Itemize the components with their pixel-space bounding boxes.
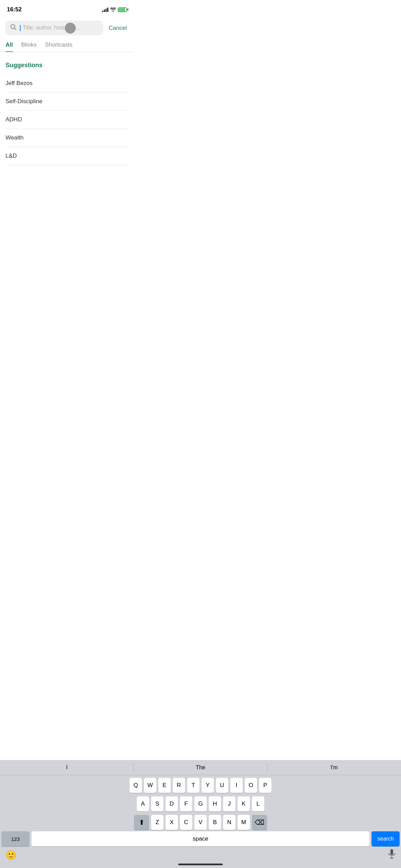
drag-thumb[interactable] [65, 23, 76, 34]
suggestions-section: Suggestions Jeff Bezos Self-Discipline A… [0, 52, 134, 165]
suggestion-item-3[interactable]: Wealth [5, 129, 128, 147]
signal-icon [102, 7, 108, 12]
suggestion-item-2[interactable]: ADHD [5, 111, 128, 129]
suggestion-item-0[interactable]: Jeff Bezos [5, 74, 128, 93]
search-container: Title, author, host, or t... Cancel [0, 17, 134, 39]
search-input[interactable]: Title, author, host, or t... [20, 25, 98, 31]
battery-icon [118, 8, 127, 12]
status-icons [102, 7, 127, 12]
wifi-icon [110, 8, 116, 12]
tabs-container: All Blinks Shortcasts [0, 39, 134, 52]
tab-blinks[interactable]: Blinks [21, 41, 37, 52]
suggestions-title: Suggestions [5, 62, 128, 69]
svg-line-1 [14, 28, 16, 30]
status-bar: 16:52 [0, 0, 134, 17]
cursor [20, 25, 21, 31]
suggestion-item-1[interactable]: Self-Discipline [5, 93, 128, 111]
search-icon [10, 24, 16, 32]
status-time: 16:52 [7, 6, 22, 13]
search-bar[interactable]: Title, author, host, or t... [5, 21, 103, 35]
cancel-button[interactable]: Cancel [107, 23, 128, 33]
tab-all[interactable]: All [5, 41, 13, 52]
suggestion-item-4[interactable]: L&D [5, 147, 128, 165]
tab-shortcasts[interactable]: Shortcasts [45, 41, 72, 52]
